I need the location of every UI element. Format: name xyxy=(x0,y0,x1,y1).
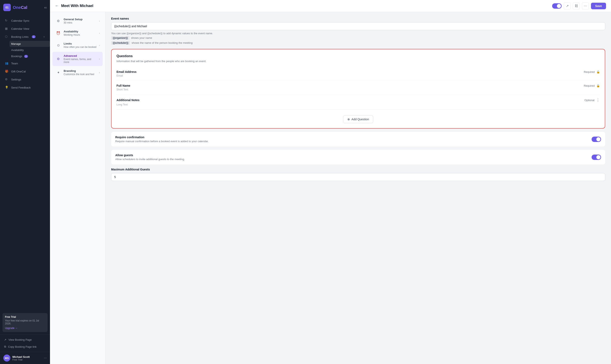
sidebar-item-gift[interactable]: 🎁 Gift OneCal xyxy=(2,67,48,75)
upgrade-button[interactable]: Upgrade → xyxy=(5,327,18,330)
sidebar-item-calendar-view[interactable]: ▦ Calendar View xyxy=(2,25,48,33)
limits-icon: ⊙ xyxy=(55,42,61,48)
copy-link-button[interactable]: ⛓ xyxy=(573,2,580,10)
general-setup-icon: ⚙ xyxy=(55,18,61,24)
panel-item-general[interactable]: ⚙ General Setup 30 mins › xyxy=(53,15,103,27)
booking-links-badge: 1 xyxy=(32,35,36,38)
dots-menu-icon[interactable]: ⋮ xyxy=(596,98,600,102)
question-email-name: Email Address xyxy=(117,70,136,73)
availability-arrow-icon: › xyxy=(99,32,100,35)
branding-title: Branding xyxy=(64,69,96,72)
more-options-button[interactable]: ⋯ xyxy=(582,2,589,10)
sidebar-item-settings[interactable]: ⚙ Settings xyxy=(2,76,48,83)
back-button[interactable]: ← xyxy=(55,4,59,8)
sidebar-sub-nav: Manage Availability Bookings 1 xyxy=(0,41,50,59)
availability-sub: Working Hours xyxy=(64,33,96,36)
sidebar-nav: ↻ Calendar Sync ▦ Calendar View ⬡ Bookin… xyxy=(0,15,50,311)
require-confirmation-title: Require confirmation xyxy=(115,136,209,139)
question-fullname-status: Required xyxy=(584,84,595,87)
require-confirmation-row: Require confirmation Require manual conf… xyxy=(111,132,605,146)
logo-icon: 01 xyxy=(3,4,11,11)
sidebar-item-manage[interactable]: Manage xyxy=(10,41,50,47)
questions-desc: Information that will be gathered from t… xyxy=(117,60,600,63)
team-icon: 👥 xyxy=(5,62,9,65)
question-email-status: Required xyxy=(584,70,595,73)
questions-title: Questions xyxy=(117,54,600,58)
panel-item-advanced[interactable]: ⚙ Advanced Event names, forms, and more … xyxy=(53,52,103,66)
main-area: ← Meet With Michael ↗ ⛓ ⋯ Save ⚙ General… xyxy=(50,0,611,364)
trial-desc: Your free trial expires on 01 Jul 2026. xyxy=(5,319,45,325)
user-profile: MS Michael Scott Free Trial ⋯ xyxy=(0,352,50,364)
settings-icon: ⚙ xyxy=(5,78,9,81)
limits-sub: How often you can be booked xyxy=(64,46,96,49)
event-names-section: Event names You can use {{organizer}} an… xyxy=(111,17,605,45)
question-email-type: Email xyxy=(117,74,600,77)
copy-icon: ⧉ xyxy=(4,345,6,348)
user-name: Michael Scott xyxy=(12,355,42,358)
sidebar-item-calendar-sync[interactable]: ↻ Calendar Sync xyxy=(2,17,48,25)
availability-icon: ⏰ xyxy=(55,30,61,36)
limits-arrow-icon: › xyxy=(99,44,100,47)
external-link-icon: ↗ xyxy=(4,338,6,341)
sidebar-item-feedback[interactable]: 💡 Send Feedback xyxy=(2,84,48,91)
allow-guests-desc: Allow schedulers to invite additional gu… xyxy=(115,158,185,161)
panel-item-limits[interactable]: ⊙ Limits How often you can be booked › xyxy=(53,40,103,51)
event-names-input[interactable] xyxy=(111,22,605,30)
event-names-help: You can use {{organizer}} and {{schedule… xyxy=(111,32,605,35)
settings-panel: ⚙ General Setup 30 mins › ⏰ Availability… xyxy=(50,12,105,364)
event-toggle[interactable] xyxy=(552,3,562,9)
user-info: Michael Scott Free Trial xyxy=(12,355,42,361)
content-area: ⚙ General Setup 30 mins › ⏰ Availability… xyxy=(50,12,611,364)
branding-icon: ✦ xyxy=(55,70,61,76)
question-notes-type: Long Text xyxy=(117,103,600,106)
branding-arrow-icon: › xyxy=(99,71,100,74)
bookings-badge: 1 xyxy=(24,55,28,58)
sidebar-links: ↗ View Booking Page ⧉ Copy Booking Page … xyxy=(0,335,50,352)
question-fullname-type: Short Text xyxy=(117,88,600,91)
require-confirmation-toggle[interactable] xyxy=(592,137,601,142)
external-link-button[interactable]: ↗ xyxy=(564,2,571,10)
max-guests-label: Maximum Additional Guests xyxy=(111,168,605,171)
question-email: Email Address Required 🔒 Email xyxy=(117,67,600,81)
sidebar-item-booking-links[interactable]: ⬡ Booking Links 1 ∨ xyxy=(2,33,48,41)
general-arrow-icon: › xyxy=(99,20,100,23)
avatar: MS xyxy=(3,354,10,362)
organizer-tag-row: {{organizer}} shows your name xyxy=(111,36,605,40)
organizer-tag: {{organizer}} xyxy=(111,36,130,40)
sidebar-item-availability[interactable]: Availability xyxy=(10,47,50,53)
advanced-arrow-icon: › xyxy=(99,58,100,60)
booking-links-icon: ⬡ xyxy=(5,35,9,39)
max-guests-input[interactable] xyxy=(111,173,605,181)
sidebar-item-bookings[interactable]: Bookings 1 xyxy=(10,53,50,59)
panel-item-branding[interactable]: ✦ Branding Customize the look and feel › xyxy=(53,67,103,78)
branding-sub: Customize the look and feel xyxy=(64,73,96,76)
calendar-sync-icon: ↻ xyxy=(5,19,9,23)
lock-icon-fullname: 🔒 xyxy=(596,84,600,87)
user-plan: Free Trial xyxy=(12,358,42,361)
sidebar-logo: 01 OneCal ‹‹ xyxy=(0,0,50,15)
sidebar-item-team[interactable]: 👥 Team xyxy=(2,59,48,67)
allow-guests-toggle[interactable] xyxy=(592,155,601,160)
view-booking-link[interactable]: ↗ View Booking Page xyxy=(2,336,48,343)
question-fullname-name: Full Name xyxy=(117,84,130,87)
collapse-icon[interactable]: ‹‹ xyxy=(44,5,47,10)
scheduler-tag: {{scheduler}} xyxy=(111,41,130,45)
gift-icon: 🎁 xyxy=(5,70,9,73)
save-button[interactable]: Save xyxy=(591,3,606,9)
question-notes-status: Optional xyxy=(584,99,595,102)
right-content: Event names You can use {{organizer}} an… xyxy=(105,12,611,364)
add-question-button[interactable]: ⊕ Add Question xyxy=(343,115,373,123)
advanced-title: Advanced xyxy=(64,54,96,57)
user-menu-icon[interactable]: ⋯ xyxy=(44,356,47,360)
panel-item-availability[interactable]: ⏰ Availability Working Hours › xyxy=(53,27,103,39)
require-confirmation-desc: Require manual confirmation before a boo… xyxy=(115,140,209,143)
copy-booking-link[interactable]: ⧉ Copy Booking Page link xyxy=(2,343,48,350)
question-notes: Additional Notes Optional ⋮ Long Text xyxy=(117,94,600,110)
general-setup-title: General Setup xyxy=(64,18,96,21)
general-setup-sub: 30 mins xyxy=(64,21,96,24)
scheduler-tag-row: {{scheduler}} shows the name of the pers… xyxy=(111,41,605,45)
questions-card: Questions Information that will be gathe… xyxy=(111,49,605,129)
event-names-label: Event names xyxy=(111,17,605,20)
logo-text: OneCal xyxy=(13,5,27,10)
calendar-view-icon: ▦ xyxy=(5,27,9,31)
